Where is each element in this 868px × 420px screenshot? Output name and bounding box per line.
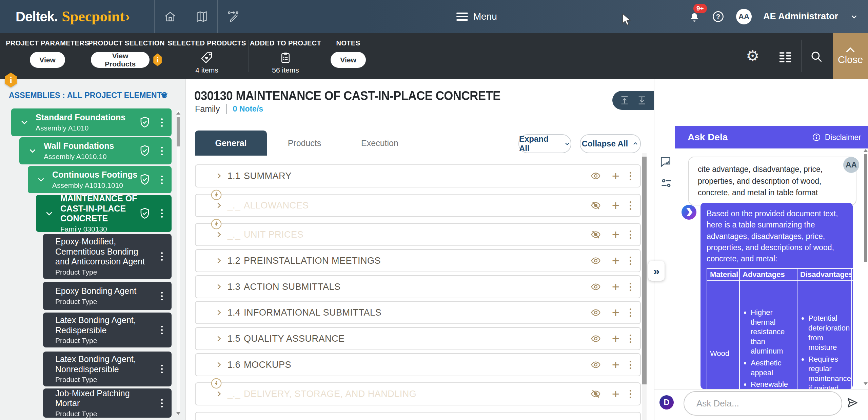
tab-products[interactable]: Products <box>267 131 342 156</box>
chevron-down-icon[interactable] <box>45 209 54 218</box>
move-to-top-icon[interactable] <box>619 95 630 106</box>
add-icon[interactable]: + <box>612 389 619 399</box>
add-icon[interactable]: + <box>612 229 619 240</box>
filter-sliders-icon[interactable] <box>660 177 672 189</box>
kebab-menu-icon[interactable] <box>630 257 631 265</box>
kebab-menu-icon[interactable] <box>630 172 631 180</box>
disclaimer-button[interactable]: Disclaimer <box>812 133 861 142</box>
family-card-maintenance-cast-in-place[interactable]: MAINTENANCE OF CAST-IN-PLACE CONCRETE Fa… <box>36 195 172 232</box>
chevron-down-icon[interactable] <box>28 146 37 155</box>
chevron-right-icon[interactable] <box>215 335 223 342</box>
kebab-menu-icon[interactable] <box>156 365 167 373</box>
chevron-right-icon[interactable] <box>215 172 223 180</box>
chevron-right-icon[interactable] <box>215 309 223 316</box>
eye-off-icon[interactable] <box>590 389 602 399</box>
eye-off-icon[interactable] <box>590 229 602 240</box>
tab-general[interactable]: General <box>195 131 267 156</box>
product-type-card[interactable]: Epoxy-Modified, Cementitious Bonding and… <box>43 234 172 279</box>
tab-execution[interactable]: Execution <box>342 131 417 156</box>
section-row-unit-prices[interactable]: _._ UNIT PRICES + <box>195 223 641 246</box>
close-panel-button[interactable]: Close <box>833 33 868 79</box>
chevron-right-icon[interactable] <box>215 231 223 238</box>
section-row-summary[interactable]: 1.1 SUMMARY + <box>195 164 641 187</box>
ask-dela-input[interactable] <box>684 391 842 416</box>
route-plan-icon[interactable] <box>217 0 249 33</box>
product-type-card[interactable]: Latex Bonding Agent, Redispersible Produ… <box>43 313 172 347</box>
kebab-menu-icon[interactable] <box>630 283 631 291</box>
add-icon[interactable]: + <box>612 360 619 370</box>
kebab-menu-icon[interactable] <box>630 201 631 210</box>
kebab-menu-icon[interactable] <box>630 361 631 369</box>
section-row-allowances[interactable]: _._ ALLOWANCES + <box>195 194 641 217</box>
kebab-menu-icon[interactable] <box>156 147 167 155</box>
send-icon[interactable] <box>846 396 859 409</box>
eye-icon[interactable] <box>590 334 602 344</box>
section-row-partial[interactable] <box>195 412 641 420</box>
assemblies-dropdown-icon[interactable] <box>160 94 168 98</box>
section-row-informational-submittals[interactable]: 1.4 INFORMATIONAL SUBMITTALS + <box>195 301 641 324</box>
section-row-action-submittals[interactable]: 1.3 ACTION SUBMITTALS + <box>195 275 641 298</box>
chevron-right-icon[interactable] <box>215 202 223 209</box>
settings-gear-icon[interactable]: ⚙ <box>746 49 759 63</box>
add-icon[interactable]: + <box>612 256 619 266</box>
sidebar-scrollbar-thumb[interactable] <box>177 117 180 146</box>
kebab-menu-icon[interactable] <box>156 399 167 407</box>
info-hexagon-icon[interactable]: i <box>153 54 162 66</box>
chevron-down-icon[interactable] <box>37 175 45 184</box>
kebab-menu-icon[interactable] <box>630 390 631 398</box>
app-logo[interactable]: Deltek. Specpoint › <box>16 8 130 25</box>
chat-scrollbar-thumb[interactable] <box>864 154 867 262</box>
view-parameters-button[interactable]: View <box>30 52 65 68</box>
product-type-card[interactable]: Latex Bonding Agent, Nonredispersible Pr… <box>43 352 172 386</box>
sidebar-scrollbar[interactable] <box>177 111 180 415</box>
eye-icon[interactable] <box>590 307 602 318</box>
chevron-right-icon[interactable] <box>215 283 223 291</box>
panel-collapse-button[interactable]: » <box>648 261 665 281</box>
column-list-icon[interactable] <box>778 51 792 63</box>
chevron-down-icon[interactable] <box>20 118 29 127</box>
collapse-all-button[interactable]: Collapse All <box>580 134 641 153</box>
eye-icon[interactable] <box>590 360 602 370</box>
product-type-card[interactable]: Epoxy Bonding Agent Product Type <box>43 282 172 310</box>
chevron-right-icon[interactable] <box>215 257 223 264</box>
chevron-right-icon[interactable] <box>215 390 223 398</box>
kebab-menu-icon[interactable] <box>156 176 167 184</box>
added-to-project-section[interactable]: ADDED TO PROJECT 56 items <box>255 33 316 79</box>
add-icon[interactable]: + <box>612 171 619 181</box>
section-row-preinstallation-meetings[interactable]: 1.2 PREINSTALLATION MEETINGS + <box>195 249 641 272</box>
add-icon[interactable]: + <box>612 200 619 211</box>
kebab-menu-icon[interactable] <box>156 252 167 261</box>
search-icon[interactable] <box>810 50 823 63</box>
move-to-bottom-icon[interactable] <box>636 95 647 106</box>
main-scrollbar-thumb[interactable] <box>642 157 647 384</box>
kebab-menu-icon[interactable] <box>156 118 167 127</box>
kebab-menu-icon[interactable] <box>630 231 631 239</box>
view-notes-button[interactable]: View <box>331 52 366 68</box>
menu-button[interactable]: Menu <box>456 11 497 23</box>
kebab-menu-icon[interactable] <box>630 335 631 343</box>
eye-icon[interactable] <box>590 171 602 181</box>
product-type-card[interactable]: Job-Mixed Patching Mortar Product Type <box>43 388 172 418</box>
kebab-menu-icon[interactable] <box>156 209 167 218</box>
chevron-right-icon[interactable] <box>215 361 223 368</box>
add-icon[interactable]: + <box>612 307 619 318</box>
chat-scroll-up-icon[interactable] <box>864 149 868 152</box>
eye-off-icon[interactable] <box>590 200 602 211</box>
notifications-button[interactable]: 9+ <box>689 11 700 23</box>
chat-scroll-down-icon[interactable] <box>864 382 868 385</box>
eye-icon[interactable] <box>590 282 602 292</box>
user-avatar[interactable]: AA <box>736 9 752 24</box>
section-row-mockups[interactable]: 1.6 MOCKUPS + <box>195 353 641 376</box>
add-icon[interactable]: + <box>612 334 619 344</box>
home-icon[interactable] <box>154 0 186 33</box>
view-products-button[interactable]: View Products <box>91 52 150 68</box>
assembly-card-standard-foundations[interactable]: Standard Foundations Assembly A1010 <box>11 108 172 136</box>
expand-all-button[interactable]: Expand All <box>518 134 571 153</box>
scroll-down-icon[interactable] <box>176 412 180 415</box>
section-row-quality-assurance[interactable]: 1.5 QUALITY ASSURANCE + <box>195 327 641 350</box>
kebab-menu-icon[interactable] <box>156 326 167 334</box>
help-button[interactable]: ? <box>712 10 725 23</box>
assembly-card-wall-foundations[interactable]: Wall Foundations Assembly A1010.10 <box>19 137 172 164</box>
eye-icon[interactable] <box>590 256 602 266</box>
notes-link[interactable]: 0 Note/s <box>233 104 263 114</box>
